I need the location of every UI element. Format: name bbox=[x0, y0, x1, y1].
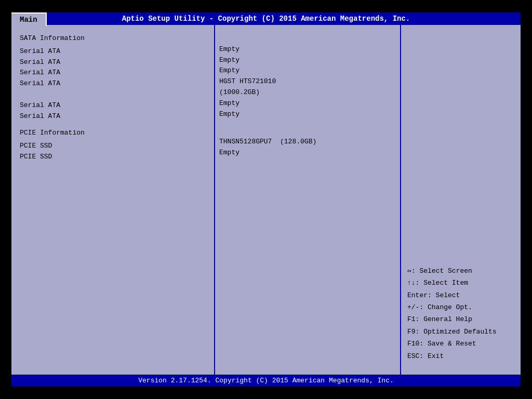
sata-value-0: Empty bbox=[219, 44, 396, 55]
key-select-screen: ⇔: Select Screen bbox=[407, 265, 514, 277]
right-panel: ⇔: Select Screen ↑↓: Select Item Enter: … bbox=[401, 25, 521, 375]
pcie-value-1: Empty bbox=[219, 148, 396, 158]
sata-value-1: Empty bbox=[219, 55, 396, 66]
sata-port-2: Serial ATA bbox=[20, 68, 206, 78]
pcie-port-1: PCIE SSD bbox=[20, 152, 206, 163]
tab-main[interactable]: Main bbox=[11, 12, 47, 26]
sata-port-0: Serial ATA bbox=[20, 46, 206, 57]
center-panel: Empty Empty Empty HGST HTS721010 (1000.2… bbox=[214, 25, 401, 375]
footer-text: Version 2.17.1254. Copyright (C) 2015 Am… bbox=[138, 377, 393, 384]
bottom-bar: Version 2.17.1254. Copyright (C) 2015 Am… bbox=[11, 375, 521, 387]
key-general-help: F1: General Help bbox=[407, 313, 514, 325]
key-save-reset: F10: Save & Reset bbox=[407, 338, 514, 350]
key-legend: ⇔: Select Screen ↑↓: Select Item Enter: … bbox=[407, 33, 514, 366]
sata-port-5: Serial ATA bbox=[20, 111, 206, 122]
sata-section-label: SATA Information bbox=[20, 33, 206, 44]
header-title: Aptio Setup Utility - Copyright (C) 2015… bbox=[122, 15, 410, 23]
key-esc: ESC: Exit bbox=[407, 350, 514, 362]
key-change-opt: +/-: Change Opt. bbox=[407, 301, 514, 313]
sata-value-3b: (1000.2GB) bbox=[219, 87, 396, 98]
left-panel: SATA Information Serial ATA Serial ATA S… bbox=[11, 25, 214, 375]
sata-value-4: Empty bbox=[219, 98, 396, 109]
top-bar: Main Aptio Setup Utility - Copyright (C)… bbox=[11, 12, 521, 25]
bios-screen: Main Aptio Setup Utility - Copyright (C)… bbox=[11, 12, 521, 387]
sata-port-spacer bbox=[20, 89, 206, 100]
sata-value-2: Empty bbox=[219, 65, 396, 76]
pcie-port-0: PCIE SSD bbox=[20, 141, 206, 152]
key-enter: Enter: Select bbox=[407, 289, 514, 301]
sata-port-1: Serial ATA bbox=[20, 57, 206, 68]
key-select-item: ↑↓: Select Item bbox=[407, 277, 514, 289]
sata-value-5: Empty bbox=[219, 109, 396, 120]
pcie-section-label: PCIE Information bbox=[20, 128, 206, 139]
sata-port-4: Serial ATA bbox=[20, 100, 206, 111]
pcie-value-0: THNSN5128GPU7 (128.0GB) bbox=[219, 137, 396, 148]
sata-port-3: Serial ATA bbox=[20, 78, 206, 89]
content-area: SATA Information Serial ATA Serial ATA S… bbox=[11, 25, 521, 375]
key-optimized: F9: Optimized Defaults bbox=[407, 326, 514, 338]
sata-value-3: HGST HTS721010 bbox=[219, 76, 396, 87]
